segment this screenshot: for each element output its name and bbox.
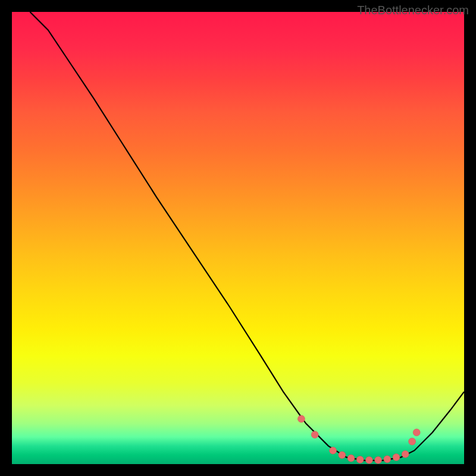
chart-plot-area bbox=[12, 12, 464, 464]
watermark-text: TheBottlenecker.com bbox=[357, 4, 469, 17]
curve-marker bbox=[298, 415, 305, 422]
curve-marker bbox=[365, 456, 372, 464]
curve-marker bbox=[393, 454, 400, 461]
curve-marker bbox=[330, 447, 337, 454]
curve-marker bbox=[339, 452, 346, 459]
curve-marker bbox=[347, 455, 355, 462]
curve-marker bbox=[375, 456, 382, 464]
curve-marker bbox=[409, 438, 416, 445]
curve-marker bbox=[384, 456, 391, 463]
curve-marker bbox=[356, 456, 364, 463]
bottleneck-curve bbox=[30, 12, 464, 461]
curve-marker bbox=[402, 450, 409, 458]
chart-svg bbox=[12, 12, 464, 464]
curve-marker bbox=[413, 429, 420, 436]
curve-marker bbox=[311, 431, 318, 439]
